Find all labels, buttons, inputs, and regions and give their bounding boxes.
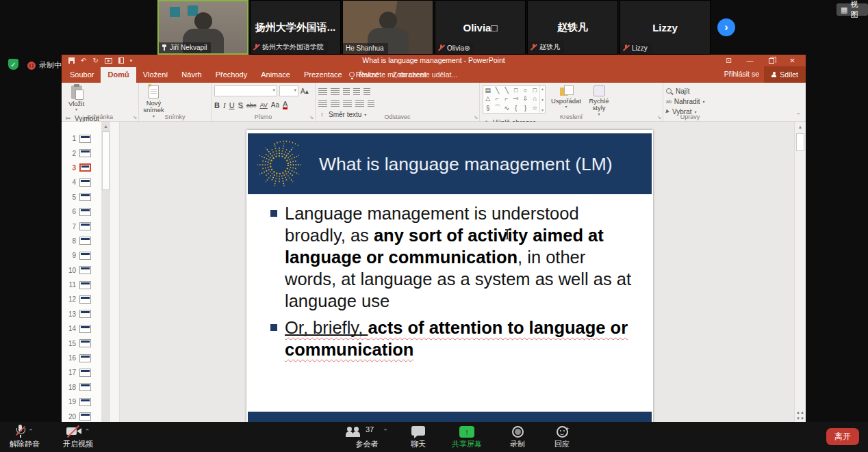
- slide-thumbnail-18[interactable]: 18: [62, 380, 101, 395]
- increase-indent-icon[interactable]: [353, 88, 360, 95]
- decrease-indent-icon[interactable]: [343, 88, 350, 95]
- dropdown-arrow-icon[interactable]: ▾: [703, 99, 705, 104]
- tab-návrh[interactable]: Návrh: [175, 67, 208, 83]
- slide-thumbnail-10[interactable]: 10: [62, 263, 101, 278]
- slide-thumbnail-1[interactable]: 1: [62, 131, 101, 146]
- slide-thumbnail-6[interactable]: 6: [62, 204, 101, 219]
- shape-glyph-15[interactable]: ∿: [504, 105, 509, 111]
- shape-glyph-14[interactable]: ⌒: [494, 103, 500, 112]
- slide-thumbnail-14[interactable]: 14: [62, 321, 101, 336]
- shapes-gallery[interactable]: ▲▼▼ ▤╲╲□○□△⌐⌐⇨⇩⌂§⌒∿{}☆: [483, 85, 546, 114]
- slide-thumbnail-9[interactable]: 9: [62, 248, 101, 263]
- ribbon-display-options-button[interactable]: ⊡: [718, 55, 739, 66]
- slide-body-text[interactable]: Language management is understood broadl…: [270, 202, 636, 365]
- tab-prezentace[interactable]: Prezentace: [297, 67, 349, 83]
- align-center-icon[interactable]: [331, 100, 340, 107]
- record-button[interactable]: 录制: [510, 423, 525, 451]
- tab-přechody[interactable]: Přechody: [209, 67, 254, 83]
- share-screen-button[interactable]: ↑ 共享屏幕: [452, 423, 482, 451]
- restore-button[interactable]: [761, 55, 782, 66]
- recording-indicator[interactable]: 录制中: [27, 60, 62, 70]
- participants-button[interactable]: 37 ⌃ 参会者: [346, 423, 388, 451]
- scroll-up-icon[interactable]: ▲: [795, 122, 806, 132]
- strikethrough-button[interactable]: abc: [246, 102, 257, 109]
- line-spacing-icon[interactable]: [363, 88, 370, 95]
- slide-thumbnail-12[interactable]: 12: [62, 292, 101, 306]
- editing-item-1-button[interactable]: Najít: [666, 86, 705, 96]
- shape-glyph-13[interactable]: §: [486, 105, 489, 111]
- video-tile-3[interactable]: He Shanhua: [342, 0, 433, 55]
- shape-glyph-17[interactable]: }: [524, 105, 526, 111]
- panel-splitter[interactable]: [110, 122, 120, 422]
- collapse-ribbon-icon[interactable]: ⌃: [795, 112, 801, 119]
- thumbnail-scroll-up-icon[interactable]: ▲: [101, 122, 110, 131]
- sign-in-button[interactable]: Přihlásit se: [724, 70, 759, 78]
- video-tile-5[interactable]: 赵轶凡赵轶凡: [527, 0, 618, 55]
- slide-thumbnail-5[interactable]: 5: [62, 190, 101, 204]
- align-right-icon[interactable]: [343, 100, 352, 107]
- shape-glyph-4[interactable]: □: [514, 87, 518, 94]
- shape-glyph-10[interactable]: ⇨: [513, 95, 519, 102]
- video-options-chevron[interactable]: ⌃: [85, 428, 90, 435]
- start-video-button[interactable]: ⌃ 开启视频: [63, 423, 93, 451]
- shape-glyph-1[interactable]: ▤: [485, 87, 492, 94]
- slide-thumbnail-15[interactable]: 15: [62, 336, 101, 350]
- shape-glyph-8[interactable]: ⌐: [496, 95, 499, 102]
- paste-button[interactable]: Vložit ▾: [64, 85, 88, 112]
- slide-title-block[interactable]: What is language management (LM): [248, 133, 652, 194]
- slide-canvas[interactable]: What is language management (LM) Languag…: [246, 130, 653, 422]
- shape-glyph-6[interactable]: □: [533, 87, 536, 94]
- slide-thumbnail-16[interactable]: 16: [62, 351, 101, 365]
- paragraph-dialog-launcher[interactable]: ⇘: [474, 115, 478, 120]
- font-size-combo[interactable]: [279, 85, 298, 96]
- slide-thumbnail-17[interactable]: 17: [62, 365, 101, 380]
- thumbnail-scrollbar-thumb[interactable]: [102, 131, 110, 190]
- reactions-button[interactable]: + 回应: [554, 423, 570, 451]
- next-participants-button[interactable]: ›: [717, 18, 735, 36]
- justify-icon[interactable]: [355, 100, 364, 107]
- participants-chevron[interactable]: ⌃: [383, 428, 388, 435]
- video-tile-1[interactable]: Jiří Nekvapil: [157, 0, 248, 55]
- quick-styles-button[interactable]: Rychlé styly ▾: [586, 85, 612, 116]
- shape-glyph-2[interactable]: ╲: [496, 87, 499, 94]
- clipboard-dialog-launcher[interactable]: ⇘: [133, 115, 137, 120]
- character-spacing-button[interactable]: AV: [259, 102, 267, 109]
- video-tile-2[interactable]: 扬州大学外国语...扬州大学外国语学院: [250, 0, 341, 55]
- shape-glyph-12[interactable]: ⌂: [533, 95, 536, 102]
- view-button[interactable]: ▦ 视图: [837, 3, 868, 16]
- share-button[interactable]: Sdílet: [764, 66, 806, 83]
- slide-thumbnail-20[interactable]: 20: [62, 409, 101, 422]
- shape-glyph-11[interactable]: ⇩: [523, 95, 528, 102]
- tab-domů[interactable]: Domů: [101, 67, 136, 83]
- slide-thumbnail-19[interactable]: 19: [62, 395, 101, 409]
- slide-thumbnail-11[interactable]: 11: [62, 278, 101, 292]
- tell-me-box[interactable]: Řekněte mi, co chcete udělat...: [349, 66, 457, 83]
- tab-soubor[interactable]: Soubor: [63, 67, 101, 83]
- unmute-button[interactable]: ⌃ 解除静音: [10, 423, 40, 451]
- shape-glyph-16[interactable]: {: [515, 105, 517, 111]
- video-tile-6[interactable]: LizzyLizzy: [620, 0, 711, 55]
- shape-glyph-3[interactable]: ╲: [505, 87, 508, 94]
- text-shadow-button[interactable]: S: [238, 101, 243, 109]
- underline-button[interactable]: U: [229, 101, 235, 109]
- slide-thumbnail-13[interactable]: 13: [62, 307, 101, 321]
- bold-button[interactable]: B: [214, 101, 220, 109]
- close-button[interactable]: ✕: [782, 55, 803, 66]
- chat-button[interactable]: 聊天: [411, 423, 426, 451]
- columns-icon[interactable]: [368, 100, 374, 107]
- font-name-combo[interactable]: [214, 85, 277, 96]
- shape-glyph-5[interactable]: ○: [524, 87, 527, 94]
- grow-font-button[interactable]: A▴: [301, 88, 309, 95]
- video-tile-4[interactable]: Olivia□Olivia⊛: [435, 0, 526, 55]
- paste-dropdown-arrow[interactable]: ▾: [64, 107, 88, 112]
- shape-glyph-18[interactable]: ☆: [532, 105, 537, 111]
- mic-options-chevron[interactable]: ⌃: [28, 428, 34, 435]
- security-shield-icon[interactable]: ✓: [8, 59, 18, 70]
- tab-animace[interactable]: Animace: [254, 67, 297, 83]
- drawing-dialog-launcher[interactable]: ⇘: [657, 115, 661, 120]
- previous-slide-button[interactable]: ▲▲: [796, 410, 804, 414]
- slide-thumbnail-3[interactable]: 3: [62, 161, 101, 175]
- font-color-button[interactable]: A: [283, 101, 288, 109]
- slide-thumbnail-7[interactable]: 7: [62, 219, 101, 233]
- italic-button[interactable]: I: [223, 101, 226, 109]
